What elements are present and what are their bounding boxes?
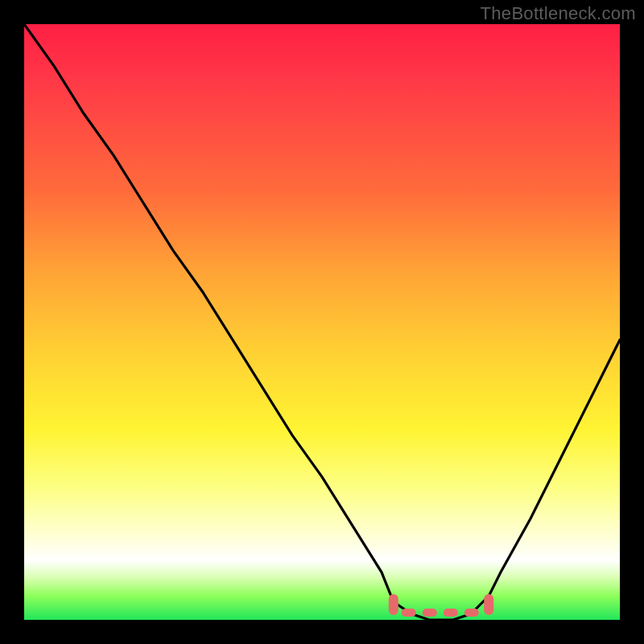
watermark-text: TheBottleneck.com [481, 3, 636, 24]
chart-frame: TheBottleneck.com [0, 0, 644, 644]
plot-gradient-background [24, 24, 620, 620]
